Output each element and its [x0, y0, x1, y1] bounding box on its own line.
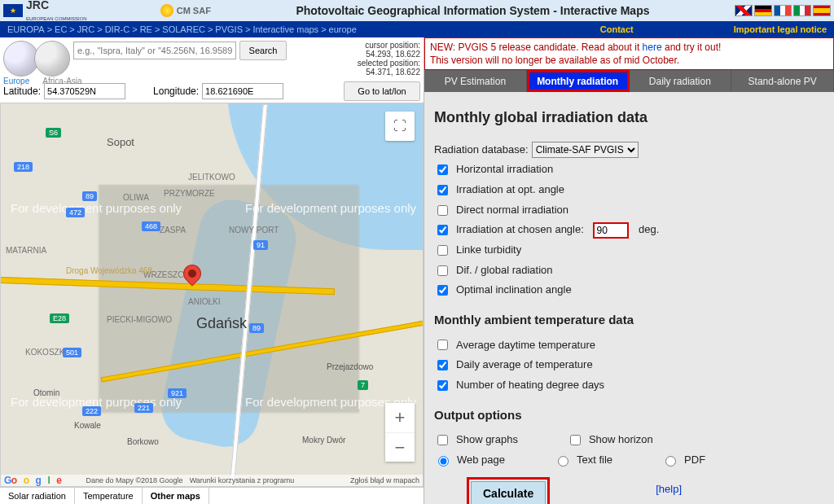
chk-chosen-angle-irr[interactable]	[437, 225, 448, 235]
flag-de-icon[interactable]	[754, 5, 772, 16]
longitude-label: Longitude:	[153, 85, 199, 97]
latitude-input[interactable]	[44, 83, 125, 99]
chk-show-horizon[interactable]	[570, 435, 581, 445]
radiation-db-select[interactable]: Climate-SAF PVGIS	[532, 142, 639, 158]
tab-solar-radiation[interactable]: Solar radiation	[0, 488, 75, 504]
cursor-position-label: cursor position:	[323, 41, 420, 50]
chk-dif-global[interactable]	[437, 265, 448, 276]
chk-heating-degree-days[interactable]	[437, 380, 448, 391]
map-data-attrib: Dane do Mapy ©2018 Google	[86, 476, 182, 484]
fullscreen-button[interactable]	[385, 112, 415, 141]
cmsaf-logo: CM SAF	[160, 4, 211, 17]
google-logo: Google	[4, 475, 61, 486]
crumb-re[interactable]: RE	[140, 24, 152, 34]
calculate-button[interactable]: Calculate	[471, 481, 546, 504]
chk-linke-turbidity[interactable]	[437, 245, 448, 256]
selected-position-value: 54.371, 18.622	[323, 68, 420, 77]
map-city-label: Gdańsk	[196, 315, 247, 332]
jrc-logo-text: JRC	[26, 0, 49, 11]
chk-show-graphs[interactable]	[437, 435, 448, 445]
map-terms-link[interactable]: Warunki korzystania z programu	[190, 476, 295, 484]
temperature-heading: Monthly ambient temperature data	[434, 309, 824, 332]
flag-it-icon[interactable]	[793, 5, 811, 16]
app-header: ★ JRC EUROPEAN COMMISSION CM SAF Photovo…	[0, 0, 834, 21]
release-alert: NEW: PVGIS 5 release candidate. Read abo…	[424, 37, 834, 70]
crumb-jrc[interactable]: JRC	[77, 24, 94, 34]
goto-latlon-button[interactable]: Go to lat/lon	[344, 81, 420, 101]
chk-opt-angle-irr[interactable]	[437, 185, 448, 195]
cursor-position-value: 54.293, 18.622	[323, 50, 420, 59]
tab-standalone-pv[interactable]: Stand-alone PV	[731, 70, 834, 92]
zoom-in-button[interactable]: +	[385, 403, 415, 432]
tab-temperature[interactable]: Temperature	[75, 488, 143, 504]
zoom-out-button[interactable]: −	[385, 432, 415, 462]
crumb-ec[interactable]: EC	[55, 24, 67, 34]
flag-fr-icon[interactable]	[774, 5, 792, 16]
crumb-solarec[interactable]: SOLAREC	[162, 24, 205, 34]
crumb-maps[interactable]: Interactive maps	[252, 24, 318, 34]
globe-africa-icon[interactable]	[34, 41, 70, 77]
bottom-tabs: Solar radiation Temperature Other maps	[0, 487, 424, 504]
radio-text-file[interactable]	[558, 456, 568, 467]
radiation-db-label: Radiation database:	[434, 140, 529, 160]
region-globes	[3, 41, 70, 77]
alert-here-link[interactable]: here	[643, 42, 662, 53]
eu-logo-icon: ★	[3, 4, 23, 17]
tab-daily-radiation[interactable]: Daily radiation	[630, 70, 732, 92]
chosen-angle-input[interactable]	[593, 222, 629, 239]
region-africa-label[interactable]: Africa-Asia	[42, 77, 81, 85]
radio-web-page[interactable]	[438, 456, 449, 467]
app-title: Photovoltaic Geographical Information Sy…	[211, 4, 735, 17]
flag-uk-icon[interactable]	[735, 5, 753, 16]
crumb-europa[interactable]: EUROPA	[7, 24, 45, 34]
output-options-heading: Output options	[434, 404, 824, 427]
chk-optimal-inclination[interactable]	[437, 285, 448, 296]
selected-position-label: selected position:	[323, 59, 420, 68]
flag-es-icon[interactable]	[813, 5, 831, 16]
map-report-link[interactable]: Zgłoś błąd w mapach	[350, 476, 419, 484]
chk-daily-avg-temp[interactable]	[437, 360, 448, 370]
map-watermark: For development purposes only	[11, 201, 182, 215]
crumb-dirc[interactable]: DIR-C	[105, 24, 130, 34]
longitude-input[interactable]	[202, 83, 283, 99]
location-search-input[interactable]	[73, 42, 236, 59]
tab-pv-estimation[interactable]: PV Estimation	[424, 70, 527, 92]
tab-monthly-radiation[interactable]: Monthly radiation	[527, 70, 630, 92]
search-button[interactable]: Search	[239, 41, 287, 60]
contact-link[interactable]: Contact	[600, 24, 634, 34]
radio-pdf[interactable]	[665, 456, 676, 467]
chk-direct-normal-irr[interactable]	[437, 205, 448, 216]
language-flags	[735, 5, 831, 16]
latitude-label: Latitude:	[3, 85, 41, 97]
chk-avg-daytime-temp[interactable]	[437, 340, 448, 350]
chk-horizontal-irr[interactable]	[437, 164, 448, 175]
legal-notice-link[interactable]: Important legal notice	[734, 24, 827, 34]
sun-icon	[160, 4, 173, 17]
region-europe-label[interactable]: Europe	[3, 77, 29, 85]
fullscreen-icon	[393, 119, 406, 134]
help-link[interactable]: [help]	[656, 480, 682, 500]
jrc-subtext: EUROPEAN COMMISSION	[26, 16, 87, 21]
crumb-pvgis[interactable]: PVGIS	[215, 24, 243, 34]
tab-other-maps[interactable]: Other maps	[143, 488, 209, 504]
map-canvas[interactable]: For development purposes only For develo…	[0, 103, 424, 487]
breadcrumb: EUROPA> EC> JRC> DIR-C> RE> SOLAREC> PVG…	[0, 21, 834, 37]
crumb-europe[interactable]: europe	[329, 24, 357, 34]
irradiation-heading: Monthly global irradiation data	[434, 103, 824, 131]
